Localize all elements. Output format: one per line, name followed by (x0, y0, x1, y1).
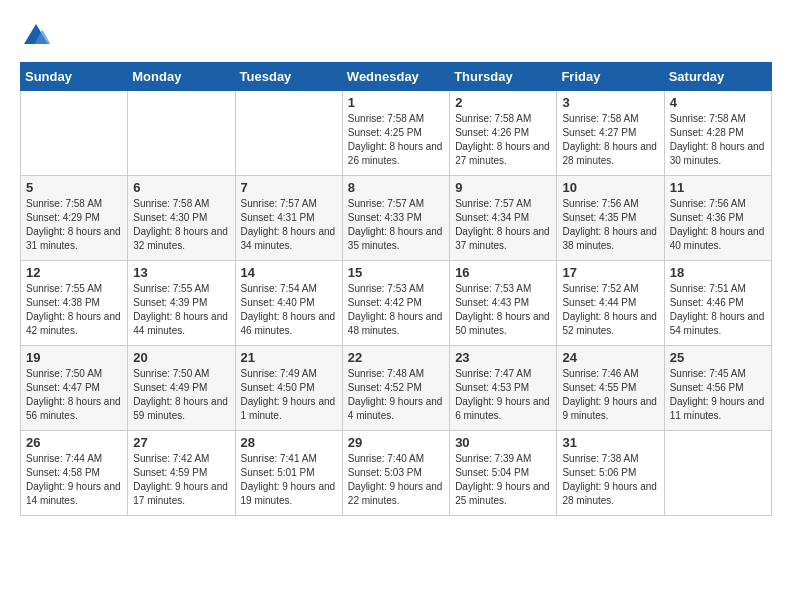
day-info: Sunrise: 7:53 AM Sunset: 4:42 PM Dayligh… (348, 282, 444, 338)
day-info: Sunrise: 7:50 AM Sunset: 4:49 PM Dayligh… (133, 367, 229, 423)
day-number: 7 (241, 180, 337, 195)
calendar-cell (21, 91, 128, 176)
day-info: Sunrise: 7:51 AM Sunset: 4:46 PM Dayligh… (670, 282, 766, 338)
calendar-cell (664, 431, 771, 516)
calendar-cell: 3Sunrise: 7:58 AM Sunset: 4:27 PM Daylig… (557, 91, 664, 176)
day-info: Sunrise: 7:55 AM Sunset: 4:39 PM Dayligh… (133, 282, 229, 338)
week-row-5: 26Sunrise: 7:44 AM Sunset: 4:58 PM Dayli… (21, 431, 772, 516)
page-header (20, 20, 772, 52)
day-info: Sunrise: 7:39 AM Sunset: 5:04 PM Dayligh… (455, 452, 551, 508)
week-row-4: 19Sunrise: 7:50 AM Sunset: 4:47 PM Dayli… (21, 346, 772, 431)
day-number: 28 (241, 435, 337, 450)
day-number: 10 (562, 180, 658, 195)
calendar-cell: 10Sunrise: 7:56 AM Sunset: 4:35 PM Dayli… (557, 176, 664, 261)
calendar-cell: 26Sunrise: 7:44 AM Sunset: 4:58 PM Dayli… (21, 431, 128, 516)
calendar-cell: 16Sunrise: 7:53 AM Sunset: 4:43 PM Dayli… (450, 261, 557, 346)
day-header-saturday: Saturday (664, 63, 771, 91)
week-row-3: 12Sunrise: 7:55 AM Sunset: 4:38 PM Dayli… (21, 261, 772, 346)
day-info: Sunrise: 7:50 AM Sunset: 4:47 PM Dayligh… (26, 367, 122, 423)
day-number: 29 (348, 435, 444, 450)
calendar-cell: 15Sunrise: 7:53 AM Sunset: 4:42 PM Dayli… (342, 261, 449, 346)
day-number: 25 (670, 350, 766, 365)
calendar-cell: 17Sunrise: 7:52 AM Sunset: 4:44 PM Dayli… (557, 261, 664, 346)
calendar-cell: 19Sunrise: 7:50 AM Sunset: 4:47 PM Dayli… (21, 346, 128, 431)
day-info: Sunrise: 7:58 AM Sunset: 4:26 PM Dayligh… (455, 112, 551, 168)
calendar-cell: 25Sunrise: 7:45 AM Sunset: 4:56 PM Dayli… (664, 346, 771, 431)
calendar-cell: 31Sunrise: 7:38 AM Sunset: 5:06 PM Dayli… (557, 431, 664, 516)
calendar-cell: 27Sunrise: 7:42 AM Sunset: 4:59 PM Dayli… (128, 431, 235, 516)
calendar-cell: 28Sunrise: 7:41 AM Sunset: 5:01 PM Dayli… (235, 431, 342, 516)
day-info: Sunrise: 7:58 AM Sunset: 4:28 PM Dayligh… (670, 112, 766, 168)
day-header-wednesday: Wednesday (342, 63, 449, 91)
day-info: Sunrise: 7:53 AM Sunset: 4:43 PM Dayligh… (455, 282, 551, 338)
calendar-cell: 5Sunrise: 7:58 AM Sunset: 4:29 PM Daylig… (21, 176, 128, 261)
calendar-cell: 1Sunrise: 7:58 AM Sunset: 4:25 PM Daylig… (342, 91, 449, 176)
calendar-cell (128, 91, 235, 176)
calendar-cell (235, 91, 342, 176)
day-info: Sunrise: 7:58 AM Sunset: 4:25 PM Dayligh… (348, 112, 444, 168)
calendar-cell: 7Sunrise: 7:57 AM Sunset: 4:31 PM Daylig… (235, 176, 342, 261)
day-info: Sunrise: 7:57 AM Sunset: 4:33 PM Dayligh… (348, 197, 444, 253)
day-number: 17 (562, 265, 658, 280)
day-info: Sunrise: 7:47 AM Sunset: 4:53 PM Dayligh… (455, 367, 551, 423)
calendar-table: SundayMondayTuesdayWednesdayThursdayFrid… (20, 62, 772, 516)
day-number: 16 (455, 265, 551, 280)
week-row-2: 5Sunrise: 7:58 AM Sunset: 4:29 PM Daylig… (21, 176, 772, 261)
day-number: 8 (348, 180, 444, 195)
day-info: Sunrise: 7:44 AM Sunset: 4:58 PM Dayligh… (26, 452, 122, 508)
day-number: 2 (455, 95, 551, 110)
day-number: 31 (562, 435, 658, 450)
day-info: Sunrise: 7:58 AM Sunset: 4:27 PM Dayligh… (562, 112, 658, 168)
calendar-cell: 29Sunrise: 7:40 AM Sunset: 5:03 PM Dayli… (342, 431, 449, 516)
day-number: 22 (348, 350, 444, 365)
day-number: 15 (348, 265, 444, 280)
day-number: 13 (133, 265, 229, 280)
calendar-cell: 8Sunrise: 7:57 AM Sunset: 4:33 PM Daylig… (342, 176, 449, 261)
day-number: 26 (26, 435, 122, 450)
day-info: Sunrise: 7:56 AM Sunset: 4:35 PM Dayligh… (562, 197, 658, 253)
calendar-cell: 21Sunrise: 7:49 AM Sunset: 4:50 PM Dayli… (235, 346, 342, 431)
calendar-cell: 30Sunrise: 7:39 AM Sunset: 5:04 PM Dayli… (450, 431, 557, 516)
day-number: 23 (455, 350, 551, 365)
day-header-sunday: Sunday (21, 63, 128, 91)
calendar-cell: 22Sunrise: 7:48 AM Sunset: 4:52 PM Dayli… (342, 346, 449, 431)
day-number: 14 (241, 265, 337, 280)
day-info: Sunrise: 7:41 AM Sunset: 5:01 PM Dayligh… (241, 452, 337, 508)
day-info: Sunrise: 7:42 AM Sunset: 4:59 PM Dayligh… (133, 452, 229, 508)
calendar-header: SundayMondayTuesdayWednesdayThursdayFrid… (21, 63, 772, 91)
day-info: Sunrise: 7:46 AM Sunset: 4:55 PM Dayligh… (562, 367, 658, 423)
logo-icon (20, 20, 52, 52)
calendar-cell: 20Sunrise: 7:50 AM Sunset: 4:49 PM Dayli… (128, 346, 235, 431)
calendar-cell: 24Sunrise: 7:46 AM Sunset: 4:55 PM Dayli… (557, 346, 664, 431)
day-number: 27 (133, 435, 229, 450)
day-number: 18 (670, 265, 766, 280)
calendar-cell: 14Sunrise: 7:54 AM Sunset: 4:40 PM Dayli… (235, 261, 342, 346)
calendar-cell: 13Sunrise: 7:55 AM Sunset: 4:39 PM Dayli… (128, 261, 235, 346)
day-info: Sunrise: 7:52 AM Sunset: 4:44 PM Dayligh… (562, 282, 658, 338)
calendar-body: 1Sunrise: 7:58 AM Sunset: 4:25 PM Daylig… (21, 91, 772, 516)
day-number: 24 (562, 350, 658, 365)
day-header-monday: Monday (128, 63, 235, 91)
day-number: 9 (455, 180, 551, 195)
day-info: Sunrise: 7:38 AM Sunset: 5:06 PM Dayligh… (562, 452, 658, 508)
calendar-cell: 9Sunrise: 7:57 AM Sunset: 4:34 PM Daylig… (450, 176, 557, 261)
day-info: Sunrise: 7:54 AM Sunset: 4:40 PM Dayligh… (241, 282, 337, 338)
logo (20, 20, 56, 52)
day-number: 21 (241, 350, 337, 365)
day-number: 12 (26, 265, 122, 280)
day-info: Sunrise: 7:57 AM Sunset: 4:34 PM Dayligh… (455, 197, 551, 253)
calendar-cell: 4Sunrise: 7:58 AM Sunset: 4:28 PM Daylig… (664, 91, 771, 176)
day-header-tuesday: Tuesday (235, 63, 342, 91)
header-row: SundayMondayTuesdayWednesdayThursdayFrid… (21, 63, 772, 91)
day-info: Sunrise: 7:48 AM Sunset: 4:52 PM Dayligh… (348, 367, 444, 423)
day-info: Sunrise: 7:57 AM Sunset: 4:31 PM Dayligh… (241, 197, 337, 253)
day-info: Sunrise: 7:58 AM Sunset: 4:29 PM Dayligh… (26, 197, 122, 253)
calendar-cell: 2Sunrise: 7:58 AM Sunset: 4:26 PM Daylig… (450, 91, 557, 176)
week-row-1: 1Sunrise: 7:58 AM Sunset: 4:25 PM Daylig… (21, 91, 772, 176)
day-number: 11 (670, 180, 766, 195)
day-info: Sunrise: 7:56 AM Sunset: 4:36 PM Dayligh… (670, 197, 766, 253)
calendar-cell: 18Sunrise: 7:51 AM Sunset: 4:46 PM Dayli… (664, 261, 771, 346)
day-number: 30 (455, 435, 551, 450)
day-info: Sunrise: 7:49 AM Sunset: 4:50 PM Dayligh… (241, 367, 337, 423)
day-number: 20 (133, 350, 229, 365)
